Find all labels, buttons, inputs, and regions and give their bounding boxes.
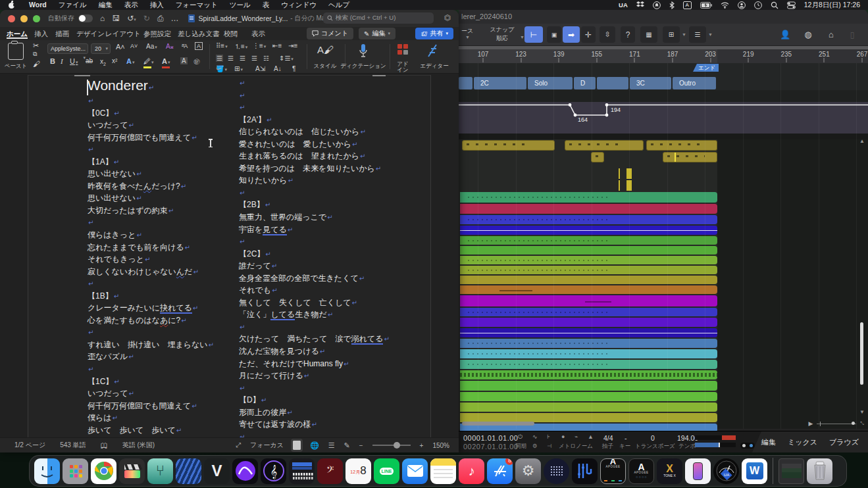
end-marker[interactable]: エンド [693,64,719,72]
bullets-icon[interactable]: ⠿≡▾ [216,42,228,49]
tempo-track[interactable]: 164 194 [459,102,868,134]
comments-button[interactable]: コメント [307,28,353,39]
key-value[interactable]: - [625,434,627,442]
menu-7[interactable]: 表 [257,1,276,9]
sync-icon[interactable]: ⏻ [518,433,523,441]
collapse-button[interactable]: ⇳ [600,26,615,43]
bluetooth-icon[interactable] [669,1,675,9]
page-count[interactable]: 1/2 ページ [14,441,45,450]
user-status-icon[interactable] [738,1,746,9]
help-button[interactable]: ? [621,26,635,43]
menubar-clock[interactable]: 12月8日(日) 17:26 [804,1,860,10]
format-painter-icon[interactable]: 🖌 [33,60,40,68]
audio-region[interactable] [460,226,717,235]
spotlight-icon[interactable] [771,1,779,9]
section-part[interactable] [459,77,472,89]
zoom-level[interactable]: 150% [432,442,449,449]
midi-region[interactable] [663,152,717,162]
scroll-up-icon[interactable]: ▲ [859,138,865,144]
dock-winthumb[interactable] [779,458,804,484]
text-effects-icon[interactable]: A▾ [126,57,134,65]
menu-1[interactable]: ファイル [53,1,93,9]
align-center-icon[interactable]: ☰ [228,55,234,62]
list-view-button[interactable]: ☰ [689,26,706,43]
dock-line[interactable]: LINE [374,458,399,484]
control-center-icon[interactable] [787,1,796,9]
wifi-icon[interactable] [721,2,729,9]
dock-dots[interactable] [544,458,569,484]
tab-挿入[interactable]: 挿入 [34,28,48,39]
battery-icon[interactable] [700,2,712,9]
dock-tuner[interactable]: ⑂ [147,458,173,484]
edit-mode-button[interactable]: ✎編集▾ [359,28,396,39]
strikethrough-icon[interactable]: ab [86,57,93,64]
dock-mail[interactable] [402,458,428,484]
apple-menu-icon[interactable] [8,1,15,9]
cut-icon[interactable]: ✂ [33,41,39,50]
underline-icon[interactable]: U▾ [70,57,78,65]
time-signature[interactable]: 4/4 [603,434,613,442]
tab-差し込み文書[interactable]: 差し込み文書 [178,28,220,39]
audio-region[interactable] [460,285,717,294]
audio-region[interactable] [460,308,717,316]
superscript-icon[interactable]: x² [112,57,117,64]
dock-synth[interactable] [289,458,315,484]
audio-region[interactable] [460,403,717,412]
shrink-font-icon[interactable]: A˅ [130,43,138,49]
dock-finder[interactable] [34,458,60,484]
transport-btn-ブラウズ[interactable]: ブラウズ [829,437,859,447]
document-page[interactable]: Wonderer↵↵【0C】↵いつだって↵何千何万何億回でも間違えて↵↵【1A】… [28,75,431,437]
dock-apogee2[interactable]: AAPOGEE○ ○ ○ ○ [628,458,654,484]
crosshair-tool-button[interactable]: ✛ [581,26,596,43]
shading-icon[interactable]: 🪣▾ [216,65,227,72]
dock-vapp[interactable]: V [204,458,230,484]
tab-レイアウト[interactable]: レイアウト [105,28,141,39]
font-size-select[interactable]: 20▾ [91,43,111,54]
audio-region[interactable] [460,413,717,422]
copy-icon[interactable]: ⧉ [33,51,37,58]
grow-font-icon[interactable]: A˄ [116,43,125,51]
section-2C[interactable]: 2C [474,77,526,89]
char-shading-icon[interactable]: A [180,57,188,64]
dock-word[interactable]: W [742,458,767,484]
dock-fcp[interactable] [119,458,145,484]
draft-icon[interactable]: ✎ [344,441,350,450]
document-title[interactable]: SpiralLadder_Wonderer_Ly... [199,14,288,22]
circle-char-icon[interactable]: ㊖ [193,57,200,66]
menu-2[interactable]: 編集 [93,1,118,9]
menu-8[interactable]: ウィンドウ [275,1,322,9]
asian-layout-icon[interactable]: A⇲ [255,65,265,72]
audio-region[interactable] [460,236,717,245]
transpose-value[interactable]: 0 [651,434,655,442]
snap-menu[interactable]: スナップ順応 [485,26,519,43]
dropbox-icon[interactable] [636,1,644,9]
web-layout-icon[interactable]: 🌐 [310,441,319,450]
ua-status[interactable]: UA [619,1,628,9]
transport-btn-編集[interactable]: 編集 [761,437,776,447]
dock-protools[interactable] [232,458,258,484]
dock-trash[interactable] [807,458,832,484]
clock-status-icon[interactable] [754,1,762,9]
document-canvas[interactable]: Wonderer↵↵【0C】↵いつだって↵何千何万何億回でも間違えて↵↵【1A】… [0,74,459,437]
dock-notes[interactable] [430,458,456,484]
dock-waves[interactable] [176,458,201,484]
tab-ホーム[interactable]: ホーム [7,28,28,39]
print-icon[interactable]: ⎙ [157,14,164,23]
home-icon[interactable]: ⌂ [100,14,105,23]
dock-tonex[interactable]: XTONE X [657,458,682,484]
audio-region[interactable] [460,215,717,224]
zoom-slider[interactable] [372,445,411,446]
distribute-icon[interactable]: ☷ [263,55,269,62]
subscript-icon[interactable]: x2 [100,58,106,66]
presence-icon[interactable]: ⏣ [444,13,451,22]
section-part[interactable] [597,77,628,89]
zoom-button[interactable] [33,15,40,22]
section-Outro[interactable]: Outro [673,77,716,89]
numbering-icon[interactable]: ⒈≡▾ [234,42,247,51]
pause-circle-icon[interactable]: ◍ [801,26,815,43]
audio-region[interactable] [460,266,717,274]
midi-region[interactable] [565,140,644,151]
section-3C[interactable]: 3C [630,77,671,89]
italic-icon[interactable]: I [61,57,63,65]
dock-clef[interactable]: 𝄞 [261,458,286,484]
